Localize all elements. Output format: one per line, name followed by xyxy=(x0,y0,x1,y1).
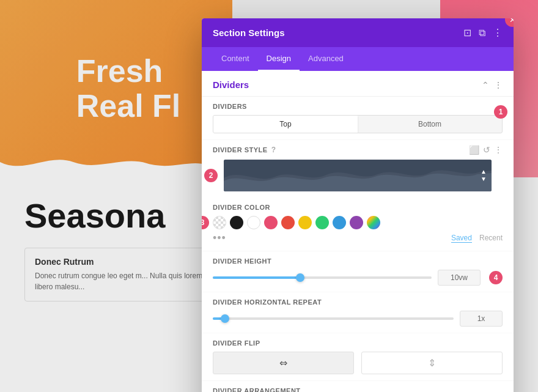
rainbow-swatch[interactable] xyxy=(367,216,380,229)
capture-icon[interactable]: ⊡ xyxy=(463,27,471,39)
more-options-icon[interactable]: ⋮ xyxy=(493,27,503,39)
wave-preview: ▲ ▼ xyxy=(224,160,492,191)
green-swatch[interactable] xyxy=(315,216,329,229)
divider-flip-row: Divider Flip ⇔ ⇕ xyxy=(202,333,514,381)
more-style-icon[interactable]: ⋮ xyxy=(494,145,503,155)
flip-vertical-btn[interactable]: ⇕ xyxy=(361,352,503,374)
divider-arrangement-row: Divider Arrangement Underneath Section C… xyxy=(202,381,514,392)
divider-arrangement-label: Divider Arrangement xyxy=(213,387,503,392)
blue-swatch[interactable] xyxy=(333,216,346,229)
tab-advanced[interactable]: Advanced xyxy=(300,47,352,71)
tab-design[interactable]: Design xyxy=(258,47,300,71)
panel-header: Section Settings ⊡ ⧉ ⋮ xyxy=(202,18,514,47)
panel-tabs: Content Design Advanced xyxy=(202,47,514,71)
badge-1: 1 xyxy=(494,105,507,119)
badge-2: 2 xyxy=(204,169,218,182)
divider-height-thumb[interactable] xyxy=(296,273,304,282)
divider-height-slider-row: 10vw 4 xyxy=(213,270,503,286)
white-swatch[interactable] xyxy=(247,216,260,229)
section-header-icons: ⌃ ⋮ xyxy=(482,80,503,90)
saved-recent-tabs: Saved Recent xyxy=(451,234,503,243)
divider-horizontal-row: Divider Horizontal Repeat 1x xyxy=(202,292,514,333)
dividers-label: Dividers xyxy=(213,103,503,110)
divider-horizontal-slider-row: 1x xyxy=(213,311,503,327)
divider-height-value[interactable]: 10vw xyxy=(438,270,481,286)
bottom-toggle-btn[interactable]: Bottom xyxy=(358,116,502,133)
divider-height-row: Divider Height 10vw 4 xyxy=(202,251,514,292)
black-swatch[interactable] xyxy=(230,216,243,229)
help-icon[interactable]: ? xyxy=(271,146,276,154)
header-icons: ⊡ ⧉ ⋮ xyxy=(463,27,503,39)
collapse-icon[interactable]: ⌃ xyxy=(482,80,489,90)
divider-style-row: Divider Style ? ⬜ ↺ ⋮ xyxy=(202,140,514,160)
dividers-field-row: Dividers Top Bottom xyxy=(202,97,514,140)
purple-swatch[interactable] xyxy=(350,216,363,229)
recent-tab[interactable]: Recent xyxy=(479,234,503,243)
divider-horizontal-thumb[interactable] xyxy=(221,314,229,323)
yellow-swatch[interactable] xyxy=(298,216,312,229)
divider-height-fill xyxy=(213,276,300,279)
wave-preview-container: 2 ▲ ▼ xyxy=(213,160,503,191)
section-more-icon[interactable]: ⋮ xyxy=(494,80,503,90)
wave-svg xyxy=(224,160,492,191)
section-title: Dividers xyxy=(213,80,249,90)
divider-flip-label: Divider Flip xyxy=(213,339,503,347)
tab-content[interactable]: Content xyxy=(213,47,258,71)
flip-horizontal-btn[interactable]: ⇔ xyxy=(213,352,354,374)
section-settings-panel: ✕ Section Settings ⊡ ⧉ ⋮ Content Design … xyxy=(202,18,514,392)
divider-color-label: Divider Color xyxy=(213,204,270,211)
top-bottom-toggle: Top Bottom xyxy=(213,115,503,133)
panel-title: Section Settings xyxy=(213,28,285,38)
flip-buttons: ⇔ ⇕ xyxy=(213,352,503,374)
badge-4: 4 xyxy=(489,271,503,284)
divider-height-label: Divider Height xyxy=(213,257,503,265)
badge-3: 3 xyxy=(202,216,209,229)
color-tags-row: ••• Saved Recent xyxy=(213,229,503,245)
reset-style-icon[interactable]: ↺ xyxy=(483,145,490,155)
divider-horizontal-track[interactable] xyxy=(213,317,454,320)
transparent-swatch[interactable] xyxy=(213,216,226,229)
color-swatches xyxy=(213,216,380,229)
copy-style-icon[interactable]: ⬜ xyxy=(469,145,479,155)
top-toggle-btn[interactable]: Top xyxy=(213,116,358,133)
dividers-section-header: Dividers ⌃ ⋮ xyxy=(202,71,514,97)
divider-color-row: Divider Color 3 ••• xyxy=(202,198,514,251)
divider-horizontal-label: Divider Horizontal Repeat xyxy=(213,298,503,306)
more-colors-btn[interactable]: ••• xyxy=(213,232,226,245)
red-swatch[interactable] xyxy=(264,216,278,229)
divider-style-label: Divider Style ? xyxy=(213,146,276,154)
orange-red-swatch[interactable] xyxy=(281,216,295,229)
columns-icon[interactable]: ⧉ xyxy=(479,28,485,39)
divider-height-track[interactable] xyxy=(213,276,432,279)
saved-tab[interactable]: Saved xyxy=(451,234,472,243)
divider-style-icons: ⬜ ↺ ⋮ xyxy=(469,145,503,155)
wave-scroll-arrows[interactable]: ▲ ▼ xyxy=(481,169,487,182)
divider-horizontal-value[interactable]: 1x xyxy=(460,311,503,327)
panel-body: Dividers ⌃ ⋮ Dividers Top Bottom Divider… xyxy=(202,71,514,392)
